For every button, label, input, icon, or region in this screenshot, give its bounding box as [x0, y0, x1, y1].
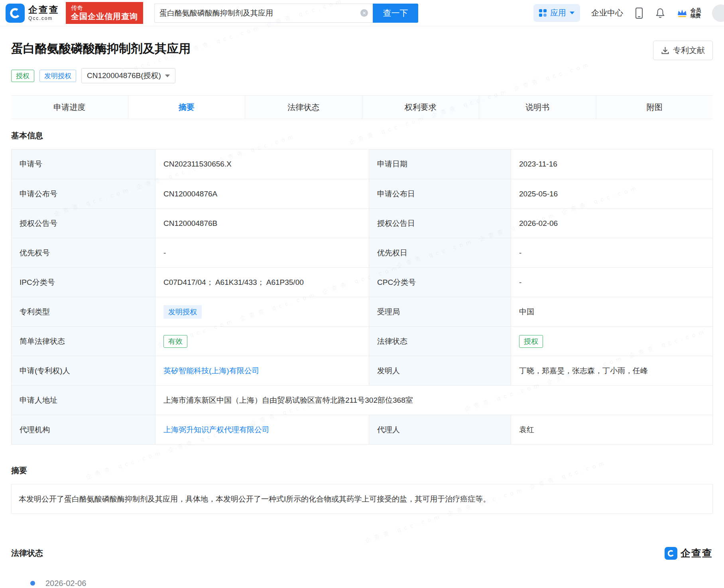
- promo-line1: 传奇: [71, 4, 138, 12]
- row-label: 申请日期: [369, 149, 511, 179]
- search-area: 查一下: [154, 4, 418, 23]
- tab-description[interactable]: 说明书: [479, 96, 596, 119]
- row-label: 申请(专利权)人: [12, 356, 155, 385]
- notification-bell-icon[interactable]: [655, 8, 665, 19]
- timeline-item: 2026-02-06 授权: [30, 579, 713, 588]
- row-value: 丁晓，郑嘉旻，张志森，丁小雨，任峰: [511, 356, 712, 385]
- row-value: 2026-02-06: [511, 209, 712, 238]
- patent-number: CN120004876B(授权): [87, 71, 161, 81]
- download-icon: [661, 46, 669, 55]
- qcc-logo[interactable]: 企查查 Qcc.com: [6, 4, 59, 23]
- row-value: 上海弼升知识产权代理有限公司: [155, 415, 369, 444]
- qcc-watermark-logo: 企查查: [665, 547, 713, 560]
- row-value: 袁红: [511, 415, 712, 444]
- table-row: 申请公布号 CN120004876A 申请公布日 2025-05-16: [12, 179, 712, 208]
- logo-name: 企查查: [28, 5, 59, 15]
- row-value: 2023-11-16: [511, 149, 712, 179]
- row-label: 优先权日: [369, 238, 511, 267]
- enterprise-center-link[interactable]: 企业中心: [591, 8, 623, 18]
- simple-legal-status-badge: 有效: [163, 335, 187, 348]
- chevron-down-icon: [570, 12, 574, 14]
- row-label: 发明人: [369, 356, 511, 385]
- search-button[interactable]: 查一下: [373, 4, 418, 23]
- avatar[interactable]: [712, 4, 724, 22]
- row-value: CN202311530656.X: [155, 149, 369, 179]
- row-value: -: [511, 238, 712, 267]
- patent-document-button[interactable]: 专利文献: [653, 41, 713, 60]
- tag-row: 授权 发明授权 CN120004876B(授权): [11, 68, 713, 83]
- timeline-dot-icon: [30, 581, 35, 586]
- search-input[interactable]: [159, 9, 356, 18]
- logo-domain: Qcc.com: [28, 16, 59, 21]
- row-value: 英矽智能科技(上海)有限公司: [155, 356, 369, 385]
- row-label: 简单法律状态: [12, 327, 155, 356]
- row-label: IPC分类号: [12, 268, 155, 297]
- table-row: 优先权号 - 优先权日 -: [12, 238, 712, 267]
- member-line1: 会员: [691, 8, 701, 13]
- header-nav: 应用 企业中心: [533, 4, 718, 22]
- basic-info-title: 基本信息: [11, 130, 713, 141]
- row-label: 代理机构: [12, 415, 155, 444]
- tab-application-progress[interactable]: 申请进度: [11, 96, 128, 119]
- row-value: CN120004876B: [155, 209, 369, 238]
- row-label: 优先权号: [12, 238, 155, 267]
- row-label: CPC分类号: [369, 268, 511, 297]
- qcc-logo-label: 企查查: [681, 547, 713, 560]
- search-box: [154, 4, 373, 23]
- member-line2: 续费: [691, 13, 701, 19]
- table-row: 专利类型 发明授权 受理局 中国: [12, 297, 712, 326]
- row-label: 申请公布日: [369, 179, 511, 208]
- row-value: 上海市浦东新区中国（上海）自由贸易试验区富特北路211号302部位368室: [155, 386, 712, 415]
- row-value: C07D417/04； A61K31/433； A61P35/00: [155, 268, 369, 297]
- row-value: 发明授权: [155, 297, 369, 326]
- tab-legal-status[interactable]: 法律状态: [245, 96, 362, 119]
- applicant-link[interactable]: 英矽智能科技(上海)有限公司: [163, 366, 260, 376]
- tab-abstract[interactable]: 摘要: [128, 96, 245, 119]
- table-row: IPC分类号 C07D417/04； A61K31/433； A61P35/00…: [12, 267, 712, 297]
- page: 企查查 qcc.com 企查查 qcc.com 企查查 qcc.com 企查查 …: [0, 0, 724, 588]
- member-renew[interactable]: 会员 续费: [677, 8, 701, 18]
- row-label: 申请公布号: [12, 179, 155, 208]
- clear-search-icon[interactable]: [360, 9, 368, 17]
- mobile-app-icon[interactable]: [634, 7, 644, 19]
- patent-type-badge: 发明授权: [163, 305, 202, 319]
- agency-link[interactable]: 上海弼升知识产权代理有限公司: [163, 425, 270, 435]
- apps-dropdown[interactable]: 应用: [533, 4, 580, 22]
- table-row: 申请(专利权)人 英矽智能科技(上海)有限公司 发明人 丁晓，郑嘉旻，张志森，丁…: [12, 356, 712, 385]
- row-value: 中国: [511, 297, 712, 326]
- type-badge-invention: 发明授权: [39, 70, 76, 82]
- table-row: 代理机构 上海弼升知识产权代理有限公司 代理人 袁红: [12, 415, 712, 444]
- main-content: 蛋白酪氨酸磷酸酶抑制剂及其应用 专利文献 授权 发明授权 CN120004876…: [0, 41, 724, 588]
- tab-bar: 申请进度 摘要 法律状态 权利要求 说明书 附图: [11, 95, 713, 119]
- row-label: 授权公告日: [369, 209, 511, 238]
- legal-status-timeline: 2026-02-06 授权: [11, 579, 713, 588]
- apps-grid-icon: [539, 9, 547, 17]
- legal-status-badge: 授权: [519, 335, 543, 348]
- qcc-logo-icon: [6, 4, 25, 23]
- top-header: 企查查 Qcc.com 传奇 全国企业信用查询 查一下 应用 企业中心: [0, 0, 724, 26]
- member-text: 会员 续费: [691, 8, 701, 18]
- row-label: 申请人地址: [12, 386, 155, 415]
- row-value: 有效: [155, 327, 369, 356]
- row-label: 授权公告号: [12, 209, 155, 238]
- table-row: 授权公告号 CN120004876B 授权公告日 2026-02-06: [12, 208, 712, 238]
- table-row: 简单法律状态 有效 法律状态 授权: [12, 326, 712, 356]
- row-value: CN120004876A: [155, 179, 369, 208]
- tab-figures[interactable]: 附图: [596, 96, 713, 119]
- row-label: 专利类型: [12, 297, 155, 326]
- promo-badge[interactable]: 传奇 全国企业信用查询: [66, 2, 143, 24]
- row-value: -: [511, 268, 712, 297]
- promo-line2: 全国企业信用查询: [71, 12, 138, 22]
- table-row: 申请号 CN202311530656.X 申请日期 2023-11-16: [12, 149, 712, 179]
- row-value: 2025-05-16: [511, 179, 712, 208]
- status-badge-granted: 授权: [11, 70, 34, 82]
- row-label: 代理人: [369, 415, 511, 444]
- row-label: 受理局: [369, 297, 511, 326]
- chevron-down-icon: [165, 74, 170, 77]
- doc-button-label: 专利文献: [673, 45, 705, 56]
- timeline-date: 2026-02-06: [45, 579, 713, 588]
- patent-number-dropdown[interactable]: CN120004876B(授权): [81, 68, 175, 83]
- row-value: 授权: [511, 327, 712, 356]
- page-title: 蛋白酪氨酸磷酸酶抑制剂及其应用: [11, 41, 191, 57]
- tab-claims[interactable]: 权利要求: [362, 96, 479, 119]
